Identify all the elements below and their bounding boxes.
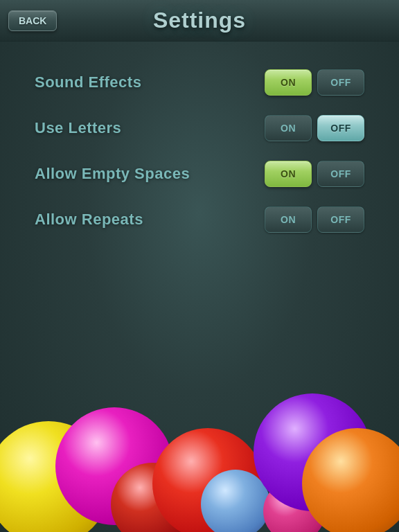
use-letters-toggle-group: ON OFF xyxy=(265,115,364,141)
allow-repeats-label: Allow Repeats xyxy=(35,211,143,229)
settings-content: Sound Effects ON OFF Use Letters ON OFF … xyxy=(0,42,399,260)
allow-empty-spaces-toggle-group: ON OFF xyxy=(265,161,364,187)
page-title: Settings xyxy=(153,8,246,33)
sound-effects-row: Sound Effects ON OFF xyxy=(21,69,378,96)
sound-effects-label: Sound Effects xyxy=(35,73,141,91)
allow-repeats-toggle-group: ON OFF xyxy=(265,206,364,233)
back-button[interactable]: BACK xyxy=(8,10,57,31)
use-letters-label: Use Letters xyxy=(35,119,121,137)
use-letters-row: Use Letters ON OFF xyxy=(21,115,378,141)
use-letters-on-button[interactable]: ON xyxy=(265,115,312,141)
sound-effects-toggle-group: ON OFF xyxy=(265,69,364,96)
allow-empty-spaces-row: Allow Empty Spaces ON OFF xyxy=(21,161,378,187)
allow-empty-spaces-on-button[interactable]: ON xyxy=(265,161,312,187)
allow-repeats-off-button[interactable]: OFF xyxy=(317,206,364,233)
use-letters-off-button[interactable]: OFF xyxy=(317,115,364,141)
sound-effects-off-button[interactable]: OFF xyxy=(317,69,364,96)
allow-empty-spaces-label: Allow Empty Spaces xyxy=(35,165,190,183)
allow-repeats-row: Allow Repeats ON OFF xyxy=(21,206,378,233)
balloons-decoration xyxy=(0,366,399,532)
sound-effects-on-button[interactable]: ON xyxy=(265,69,312,96)
allow-empty-spaces-off-button[interactable]: OFF xyxy=(317,161,364,187)
header: BACK Settings xyxy=(0,0,399,42)
allow-repeats-on-button[interactable]: ON xyxy=(265,206,312,233)
